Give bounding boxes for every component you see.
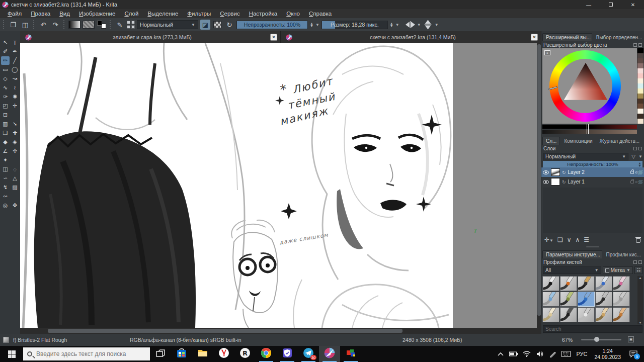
inherit-alpha-icon[interactable]: [638, 180, 642, 184]
history-swatch-2[interactable]: [637, 58, 643, 63]
tool-ellipse[interactable]: ◯: [11, 65, 19, 74]
toolbar-grip[interactable]: [110, 20, 112, 29]
brush-search-input[interactable]: [543, 325, 642, 333]
brush-preset-roller-white[interactable]: [578, 307, 595, 322]
antivirus-taskbar-button[interactable]: [277, 346, 298, 362]
tool-magnetic-select[interactable]: ↯: [1, 183, 10, 192]
notification-center-button[interactable]: 5: [625, 346, 642, 362]
history-swatch-10[interactable]: [637, 99, 643, 104]
tool-measure[interactable]: ∠: [1, 147, 10, 155]
tool-polygon[interactable]: ◇: [1, 74, 10, 83]
tool-gradient[interactable]: ▥: [1, 120, 10, 128]
tool-transform[interactable]: ◰: [1, 102, 10, 110]
explorer-taskbar-button[interactable]: [192, 346, 213, 362]
brush-preset-ink-brush[interactable]: [578, 276, 595, 291]
save-icon[interactable]: ◫: [20, 20, 30, 30]
history-swatch-0[interactable]: [637, 48, 643, 53]
tool-move[interactable]: ✛: [11, 102, 19, 110]
brush-preset-brush-olive[interactable]: [560, 292, 577, 307]
tool-pointer[interactable]: ↖: [1, 38, 10, 47]
menu-выделение[interactable]: Выделение: [143, 10, 183, 17]
layer-list-empty-area[interactable]: [543, 188, 642, 233]
tool-ellipse-select[interactable]: ◌: [11, 165, 19, 173]
preset-view-mode-icon[interactable]: ☷: [634, 266, 642, 274]
brush-preset-round-tan[interactable]: [595, 307, 612, 322]
layer-opacity-slider[interactable]: Непрозрачность: 100% ▲▼: [543, 161, 642, 167]
tool-zoom[interactable]: ◎: [1, 201, 10, 210]
new-document-icon[interactable]: ❐: [8, 20, 18, 30]
tool-fill[interactable]: ◆: [1, 138, 10, 146]
redo-icon[interactable]: ↷: [50, 20, 60, 30]
tool-freehand-select[interactable]: ∽: [1, 174, 10, 183]
wifi-icon[interactable]: [521, 346, 533, 362]
tab-specific-color[interactable]: Выбор определен...: [593, 34, 643, 41]
menu-окно[interactable]: Окно: [282, 10, 304, 17]
move-layer-down-button[interactable]: ∨: [567, 236, 572, 243]
history-swatch-9[interactable]: [637, 94, 643, 99]
brush-preset-ink-pen[interactable]: [542, 276, 559, 291]
language-indicator[interactable]: РУС: [573, 351, 590, 357]
zoom-fit-icon[interactable]: ▣: [628, 336, 634, 342]
brush-preset-soft-black[interactable]: [560, 307, 577, 322]
layer-properties-button[interactable]: ☰: [584, 236, 589, 243]
tool-crop[interactable]: ⊡: [1, 111, 10, 119]
tool-color-sampler[interactable]: ➘: [11, 120, 19, 128]
toolbar-grip[interactable]: [33, 20, 35, 29]
touch-keyboard-icon[interactable]: [560, 346, 572, 362]
blending-mode-dropdown[interactable]: Нормальный▼: [137, 20, 198, 29]
toolbar-grip[interactable]: [63, 20, 65, 29]
tool-freehand-path[interactable]: ≀: [11, 83, 19, 92]
tool-pattern-edit[interactable]: ❏: [1, 129, 10, 137]
delete-layer-button[interactable]: [635, 237, 641, 243]
history-swatch-3[interactable]: [637, 63, 643, 68]
history-swatch-4[interactable]: [637, 68, 643, 73]
tool-similar-select[interactable]: ▨: [11, 183, 19, 192]
inherit-alpha-icon[interactable]: [638, 170, 642, 174]
toolbar-grip[interactable]: [3, 20, 5, 29]
history-swatch-6[interactable]: [637, 78, 643, 83]
preserve-alpha-button[interactable]: [212, 20, 222, 30]
tool-polygon-select[interactable]: △: [11, 174, 19, 183]
preset-grid-scrollbar[interactable]: ▲▼: [637, 276, 643, 324]
chevron-down-icon[interactable]: ▼: [315, 23, 319, 27]
menu-слой[interactable]: Слой: [120, 10, 143, 17]
history-swatch-8[interactable]: [637, 88, 643, 94]
brush-preset-smudge-soft[interactable]: [613, 292, 630, 307]
tool-smart-patch[interactable]: ✚: [11, 129, 19, 137]
opacity-slider[interactable]: Непрозрачность: 100%: [236, 21, 308, 29]
tab-advanced-color[interactable]: Расширенный вы...: [542, 33, 592, 41]
pattern-chooser[interactable]: [83, 21, 95, 29]
tag-checkbox[interactable]: Метка▼: [603, 266, 633, 274]
visibility-eye-icon[interactable]: [543, 170, 549, 174]
docker-float-icon[interactable]: [633, 43, 642, 47]
brush-preset-round-copper[interactable]: [613, 307, 630, 322]
chevron-down-icon[interactable]: ▼: [638, 154, 642, 159]
menu-фильтры[interactable]: Фильтры: [183, 10, 215, 17]
canvas-artwork[interactable]: * Любит тёмный макияж даже с: [20, 43, 453, 328]
store-taskbar-button[interactable]: [171, 346, 192, 362]
tool-bezier-curve[interactable]: ∿: [1, 83, 10, 92]
menu-изображение[interactable]: Изображение: [74, 10, 120, 17]
layer-thumbnail[interactable]: [551, 178, 560, 186]
close-icon[interactable]: ✕: [531, 34, 538, 41]
history-swatch-12[interactable]: [637, 109, 643, 114]
menu-вид[interactable]: Вид: [55, 10, 74, 17]
visibility-eye-icon[interactable]: [543, 180, 549, 184]
reload-preset-icon[interactable]: ↻: [224, 20, 234, 30]
tab-compositions[interactable]: Композиции: [561, 137, 595, 145]
minimize-button[interactable]: —: [578, 0, 600, 9]
brush-preset-round-beige[interactable]: [542, 307, 559, 322]
chrome-taskbar-button[interactable]: [256, 346, 277, 362]
history-swatch-13[interactable]: [637, 114, 643, 119]
value-slider-2[interactable]: [542, 130, 637, 134]
mirror-vertical-icon[interactable]: [424, 20, 431, 30]
gradient-chooser[interactable]: [68, 21, 80, 29]
tool-line[interactable]: ╱: [11, 56, 19, 65]
tab-layers[interactable]: Сл...: [542, 137, 560, 145]
menu-сервис[interactable]: Сервис: [215, 10, 244, 17]
chevron-down-icon[interactable]: ▼: [417, 23, 421, 27]
history-swatch-7[interactable]: [637, 83, 643, 88]
tab-undo-history[interactable]: Журнал действ...: [597, 137, 642, 145]
brush-preset-wet-brush-blue[interactable]: [578, 292, 595, 307]
doc-tab-2[interactable]: скетчи с элизабет2.kra (131,4 МиБ) ✕: [281, 31, 541, 43]
